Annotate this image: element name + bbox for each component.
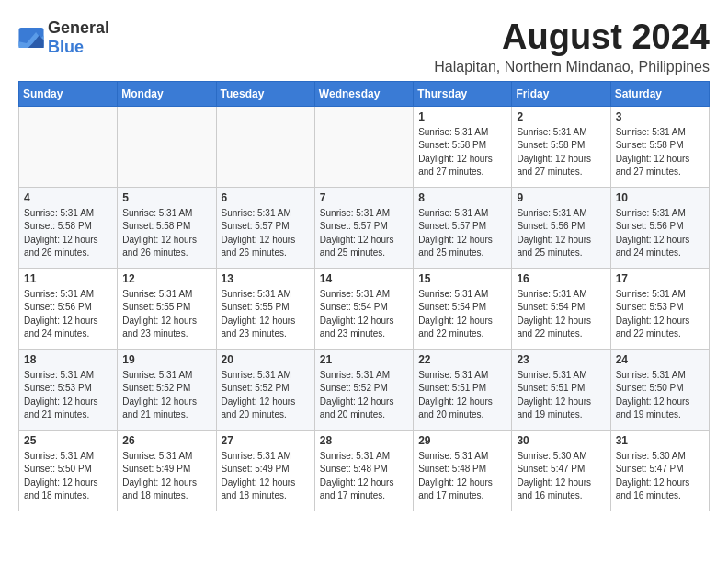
calendar-cell: 12Sunrise: 5:31 AM Sunset: 5:55 PM Dayli… xyxy=(118,268,216,349)
calendar-cell: 10Sunrise: 5:31 AM Sunset: 5:56 PM Dayli… xyxy=(610,187,709,268)
calendar-cell: 22Sunrise: 5:31 AM Sunset: 5:51 PM Dayli… xyxy=(414,349,512,430)
cell-content: Sunrise: 5:31 AM Sunset: 5:53 PM Dayligh… xyxy=(24,369,112,422)
calendar-cell: 16Sunrise: 5:31 AM Sunset: 5:54 PM Dayli… xyxy=(512,268,610,349)
day-number: 5 xyxy=(122,191,210,204)
location: Halapitan, Northern Mindanao, Philippine… xyxy=(434,59,710,75)
calendar-cell: 18Sunrise: 5:31 AM Sunset: 5:53 PM Dayli… xyxy=(19,349,118,430)
calendar-cell: 19Sunrise: 5:31 AM Sunset: 5:52 PM Dayli… xyxy=(118,349,216,430)
cell-content: Sunrise: 5:31 AM Sunset: 5:52 PM Dayligh… xyxy=(320,369,408,422)
day-number: 17 xyxy=(616,272,704,285)
cell-content: Sunrise: 5:31 AM Sunset: 5:52 PM Dayligh… xyxy=(122,369,210,422)
cell-content: Sunrise: 5:31 AM Sunset: 5:58 PM Dayligh… xyxy=(616,126,704,179)
day-number: 21 xyxy=(320,353,408,366)
header-wednesday: Wednesday xyxy=(314,81,413,106)
cell-content: Sunrise: 5:31 AM Sunset: 5:54 PM Dayligh… xyxy=(517,288,605,341)
calendar-cell: 8Sunrise: 5:31 AM Sunset: 5:57 PM Daylig… xyxy=(414,187,512,268)
day-number: 19 xyxy=(122,353,210,366)
day-number: 6 xyxy=(222,191,310,204)
cell-content: Sunrise: 5:31 AM Sunset: 5:56 PM Dayligh… xyxy=(517,207,605,260)
header-friday: Friday xyxy=(512,81,610,106)
cell-content: Sunrise: 5:31 AM Sunset: 5:58 PM Dayligh… xyxy=(418,126,506,179)
calendar-cell: 25Sunrise: 5:31 AM Sunset: 5:50 PM Dayli… xyxy=(19,430,118,511)
calendar-cell: 23Sunrise: 5:31 AM Sunset: 5:51 PM Dayli… xyxy=(512,349,610,430)
day-number: 26 xyxy=(122,434,210,447)
cell-content: Sunrise: 5:31 AM Sunset: 5:56 PM Dayligh… xyxy=(616,207,704,260)
calendar-cell: 15Sunrise: 5:31 AM Sunset: 5:54 PM Dayli… xyxy=(414,268,512,349)
day-number: 25 xyxy=(24,434,112,447)
day-number: 7 xyxy=(320,191,408,204)
day-number: 18 xyxy=(24,353,112,366)
day-number: 31 xyxy=(616,434,704,447)
calendar-cell: 11Sunrise: 5:31 AM Sunset: 5:56 PM Dayli… xyxy=(19,268,118,349)
calendar-table: Sunday Monday Tuesday Wednesday Thursday… xyxy=(18,81,710,511)
calendar-cell: 9Sunrise: 5:31 AM Sunset: 5:56 PM Daylig… xyxy=(512,187,610,268)
calendar-cell: 14Sunrise: 5:31 AM Sunset: 5:54 PM Dayli… xyxy=(314,268,413,349)
header-thursday: Thursday xyxy=(414,81,512,106)
logo-icon xyxy=(18,28,44,48)
day-number: 12 xyxy=(122,272,210,285)
header-saturday: Saturday xyxy=(610,81,709,106)
logo-text: General Blue xyxy=(48,18,109,57)
day-number: 22 xyxy=(418,353,506,366)
cell-content: Sunrise: 5:31 AM Sunset: 5:57 PM Dayligh… xyxy=(222,207,310,260)
calendar-week-row: 25Sunrise: 5:31 AM Sunset: 5:50 PM Dayli… xyxy=(19,430,710,511)
day-number: 11 xyxy=(24,272,112,285)
calendar-cell: 29Sunrise: 5:31 AM Sunset: 5:48 PM Dayli… xyxy=(414,430,512,511)
cell-content: Sunrise: 5:31 AM Sunset: 5:54 PM Dayligh… xyxy=(418,288,506,341)
day-number: 27 xyxy=(222,434,310,447)
calendar-cell: 28Sunrise: 5:31 AM Sunset: 5:48 PM Dayli… xyxy=(314,430,413,511)
calendar-cell: 5Sunrise: 5:31 AM Sunset: 5:58 PM Daylig… xyxy=(118,187,216,268)
cell-content: Sunrise: 5:31 AM Sunset: 5:50 PM Dayligh… xyxy=(616,369,704,422)
calendar-cell xyxy=(118,106,216,187)
cell-content: Sunrise: 5:31 AM Sunset: 5:56 PM Dayligh… xyxy=(24,288,112,341)
calendar-cell: 7Sunrise: 5:31 AM Sunset: 5:57 PM Daylig… xyxy=(314,187,413,268)
cell-content: Sunrise: 5:31 AM Sunset: 5:58 PM Dayligh… xyxy=(517,126,605,179)
calendar-cell: 2Sunrise: 5:31 AM Sunset: 5:58 PM Daylig… xyxy=(512,106,610,187)
day-number: 30 xyxy=(517,434,605,447)
calendar-week-row: 11Sunrise: 5:31 AM Sunset: 5:56 PM Dayli… xyxy=(19,268,710,349)
calendar-cell: 21Sunrise: 5:31 AM Sunset: 5:52 PM Dayli… xyxy=(314,349,413,430)
calendar-cell: 6Sunrise: 5:31 AM Sunset: 5:57 PM Daylig… xyxy=(216,187,314,268)
cell-content: Sunrise: 5:31 AM Sunset: 5:49 PM Dayligh… xyxy=(222,450,310,503)
day-number: 3 xyxy=(616,110,704,123)
day-number: 13 xyxy=(222,272,310,285)
title-block: August 2024 Halapitan, Northern Mindanao… xyxy=(434,18,710,75)
calendar-week-row: 18Sunrise: 5:31 AM Sunset: 5:53 PM Dayli… xyxy=(19,349,710,430)
calendar-cell xyxy=(19,106,118,187)
cell-content: Sunrise: 5:31 AM Sunset: 5:51 PM Dayligh… xyxy=(517,369,605,422)
day-number: 20 xyxy=(222,353,310,366)
cell-content: Sunrise: 5:31 AM Sunset: 5:48 PM Dayligh… xyxy=(320,450,408,503)
month-year: August 2024 xyxy=(434,18,710,57)
cell-content: Sunrise: 5:31 AM Sunset: 5:54 PM Dayligh… xyxy=(320,288,408,341)
header-tuesday: Tuesday xyxy=(216,81,314,106)
cell-content: Sunrise: 5:31 AM Sunset: 5:58 PM Dayligh… xyxy=(122,207,210,260)
calendar-cell: 1Sunrise: 5:31 AM Sunset: 5:58 PM Daylig… xyxy=(414,106,512,187)
calendar-cell: 30Sunrise: 5:30 AM Sunset: 5:47 PM Dayli… xyxy=(512,430,610,511)
calendar-cell xyxy=(314,106,413,187)
calendar-cell: 13Sunrise: 5:31 AM Sunset: 5:55 PM Dayli… xyxy=(216,268,314,349)
day-number: 23 xyxy=(517,353,605,366)
cell-content: Sunrise: 5:31 AM Sunset: 5:57 PM Dayligh… xyxy=(418,207,506,260)
day-number: 24 xyxy=(616,353,704,366)
cell-content: Sunrise: 5:31 AM Sunset: 5:57 PM Dayligh… xyxy=(320,207,408,260)
cell-content: Sunrise: 5:31 AM Sunset: 5:55 PM Dayligh… xyxy=(122,288,210,341)
calendar-cell: 27Sunrise: 5:31 AM Sunset: 5:49 PM Dayli… xyxy=(216,430,314,511)
day-number: 14 xyxy=(320,272,408,285)
calendar-week-row: 4Sunrise: 5:31 AM Sunset: 5:58 PM Daylig… xyxy=(19,187,710,268)
day-number: 29 xyxy=(418,434,506,447)
calendar-cell: 26Sunrise: 5:31 AM Sunset: 5:49 PM Dayli… xyxy=(118,430,216,511)
day-number: 9 xyxy=(517,191,605,204)
day-number: 4 xyxy=(24,191,112,204)
cell-content: Sunrise: 5:31 AM Sunset: 5:48 PM Dayligh… xyxy=(418,450,506,503)
cell-content: Sunrise: 5:31 AM Sunset: 5:49 PM Dayligh… xyxy=(122,450,210,503)
calendar-cell: 20Sunrise: 5:31 AM Sunset: 5:52 PM Dayli… xyxy=(216,349,314,430)
cell-content: Sunrise: 5:31 AM Sunset: 5:53 PM Dayligh… xyxy=(616,288,704,341)
header-sunday: Sunday xyxy=(19,81,118,106)
day-number: 10 xyxy=(616,191,704,204)
calendar-cell: 17Sunrise: 5:31 AM Sunset: 5:53 PM Dayli… xyxy=(610,268,709,349)
day-number: 2 xyxy=(517,110,605,123)
page-header: General Blue August 2024 Halapitan, Nort… xyxy=(18,18,710,75)
calendar-cell: 24Sunrise: 5:31 AM Sunset: 5:50 PM Dayli… xyxy=(610,349,709,430)
header-monday: Monday xyxy=(118,81,216,106)
day-number: 16 xyxy=(517,272,605,285)
